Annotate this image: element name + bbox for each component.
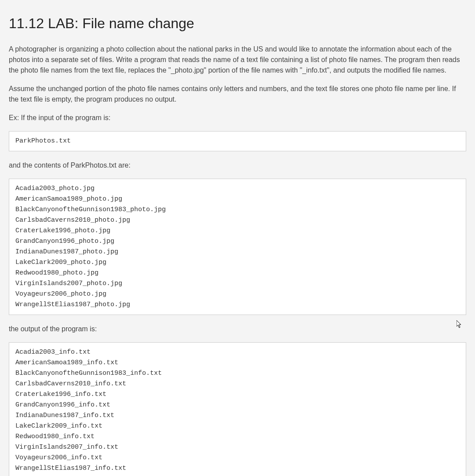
output-label: the output of the program is:	[9, 324, 466, 334]
problem-description-1: A photographer is organizing a photo col…	[9, 44, 466, 76]
output-code-block: Acadia2003_info.txt AmericanSamoa1989_in…	[9, 342, 466, 476]
file-contents-label: and the contents of ParkPhotos.txt are:	[9, 160, 466, 171]
cursor-icon	[457, 320, 463, 328]
file-contents-code-block: Acadia2003_photo.jpg AmericanSamoa1989_p…	[9, 179, 466, 315]
input-code-block: ParkPhotos.txt	[9, 131, 466, 151]
problem-description-2: Assume the unchanged portion of the phot…	[9, 84, 466, 105]
lab-title: 11.12 LAB: File name change	[9, 15, 466, 32]
example-input-label: Ex: If the input of the program is:	[9, 113, 466, 123]
